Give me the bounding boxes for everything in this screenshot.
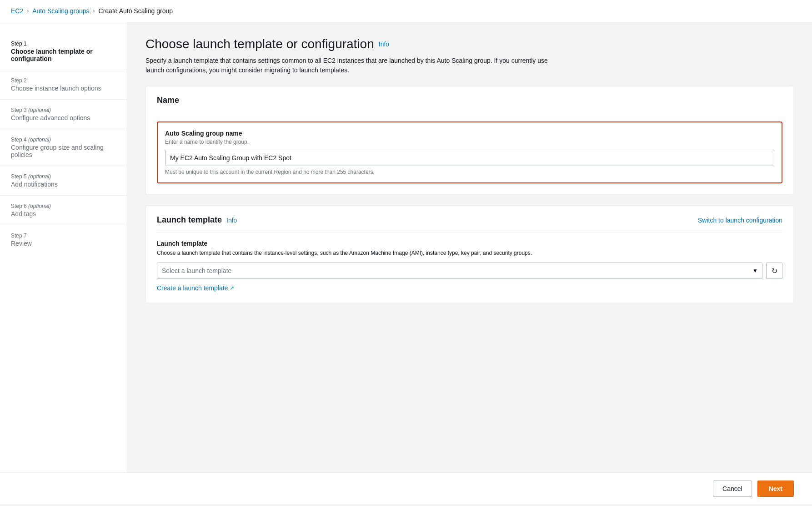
breadcrumb-current: Create Auto Scaling group bbox=[99, 7, 173, 15]
sidebar-item-step6[interactable]: Step 6 (optional) Add tags bbox=[0, 196, 127, 225]
refresh-button[interactable]: ↻ bbox=[766, 263, 782, 279]
create-launch-template-link[interactable]: Create a launch template ↗ bbox=[157, 284, 234, 292]
group-name-input[interactable] bbox=[165, 150, 774, 166]
sidebar-step7-number: Step 7 bbox=[11, 233, 116, 239]
launch-template-select-wrapper: Select a launch template ▼ bbox=[157, 263, 762, 279]
sidebar-step6-label: Add tags bbox=[11, 210, 116, 218]
sidebar-step4-number: Step 4 (optional) bbox=[11, 137, 116, 143]
launch-template-field-label: Launch template bbox=[157, 240, 782, 247]
select-row: Select a launch template ▼ ↻ bbox=[157, 263, 782, 279]
cancel-button[interactable]: Cancel bbox=[713, 481, 752, 497]
content-area: Choose launch template or configuration … bbox=[127, 22, 812, 472]
launch-template-info-link[interactable]: Info bbox=[226, 217, 237, 224]
breadcrumb-sep-1: › bbox=[27, 8, 29, 14]
sidebar-step4-label: Configure group size and scaling policie… bbox=[11, 144, 116, 158]
footer: Cancel Next bbox=[0, 472, 812, 504]
sidebar-step6-number: Step 6 (optional) bbox=[11, 203, 116, 209]
page-title: Choose launch template or configuration … bbox=[145, 37, 794, 51]
breadcrumb-sep-2: › bbox=[93, 8, 95, 14]
create-link-text: Create a launch template bbox=[157, 284, 228, 292]
refresh-icon: ↻ bbox=[772, 267, 777, 275]
sidebar-step3-number: Step 3 (optional) bbox=[11, 107, 116, 113]
sidebar-step7-label: Review bbox=[11, 240, 116, 247]
launch-template-title-group: Launch template Info bbox=[157, 215, 237, 225]
group-name-hint: Must be unique to this account in the cu… bbox=[165, 169, 774, 175]
name-card-body: Auto Scaling group name Enter a name to … bbox=[146, 105, 793, 194]
launch-template-card: Launch template Info Switch to launch co… bbox=[145, 206, 794, 303]
launch-template-field-desc: Choose a launch template that contains t… bbox=[157, 249, 782, 257]
sidebar-step2-label: Choose instance launch options bbox=[11, 85, 116, 92]
launch-template-title: Launch template bbox=[157, 215, 222, 225]
page-description: Specify a launch template that contains … bbox=[145, 56, 555, 75]
name-card: Name Auto Scaling group name Enter a nam… bbox=[145, 86, 794, 195]
breadcrumb: EC2 › Auto Scaling groups › Create Auto … bbox=[0, 0, 812, 22]
sidebar-item-step2[interactable]: Step 2 Choose instance launch options bbox=[0, 70, 127, 100]
sidebar-item-step1[interactable]: Step 1 Choose launch template or configu… bbox=[0, 33, 127, 70]
name-card-header: Name bbox=[146, 86, 793, 105]
main-layout: Step 1 Choose launch template or configu… bbox=[0, 22, 812, 472]
name-card-title: Name bbox=[157, 96, 782, 105]
sidebar-item-step7[interactable]: Step 7 Review bbox=[0, 225, 127, 254]
sidebar-item-step3[interactable]: Step 3 (optional) Configure advanced opt… bbox=[0, 100, 127, 129]
page-header: Choose launch template or configuration … bbox=[145, 37, 794, 75]
sidebar-step1-number: Step 1 bbox=[11, 40, 116, 47]
name-section: Auto Scaling group name Enter a name to … bbox=[157, 121, 782, 183]
sidebar-step3-label: Configure advanced options bbox=[11, 114, 116, 121]
breadcrumb-auto-scaling-groups[interactable]: Auto Scaling groups bbox=[32, 7, 89, 15]
switch-to-launch-config-link[interactable]: Switch to launch configuration bbox=[698, 217, 782, 224]
external-link-icon: ↗ bbox=[230, 285, 234, 291]
sidebar-step5-number: Step 5 (optional) bbox=[11, 173, 116, 180]
next-button[interactable]: Next bbox=[757, 481, 794, 497]
group-name-label: Auto Scaling group name bbox=[165, 130, 774, 137]
page-info-link[interactable]: Info bbox=[379, 40, 389, 48]
launch-template-header: Launch template Info Switch to launch co… bbox=[146, 206, 793, 225]
launch-template-body: Launch template Choose a launch template… bbox=[146, 233, 793, 303]
sidebar-step2-number: Step 2 bbox=[11, 77, 116, 84]
group-name-desc: Enter a name to identify the group. bbox=[165, 139, 774, 145]
sidebar-step5-label: Add notifications bbox=[11, 181, 116, 188]
sidebar-step1-label: Choose launch template or configuration bbox=[11, 48, 116, 62]
launch-template-select[interactable]: Select a launch template bbox=[157, 263, 762, 279]
breadcrumb-ec2[interactable]: EC2 bbox=[11, 7, 23, 15]
sidebar-item-step5[interactable]: Step 5 (optional) Add notifications bbox=[0, 166, 127, 196]
sidebar-item-step4[interactable]: Step 4 (optional) Configure group size a… bbox=[0, 129, 127, 166]
sidebar: Step 1 Choose launch template or configu… bbox=[0, 22, 127, 472]
